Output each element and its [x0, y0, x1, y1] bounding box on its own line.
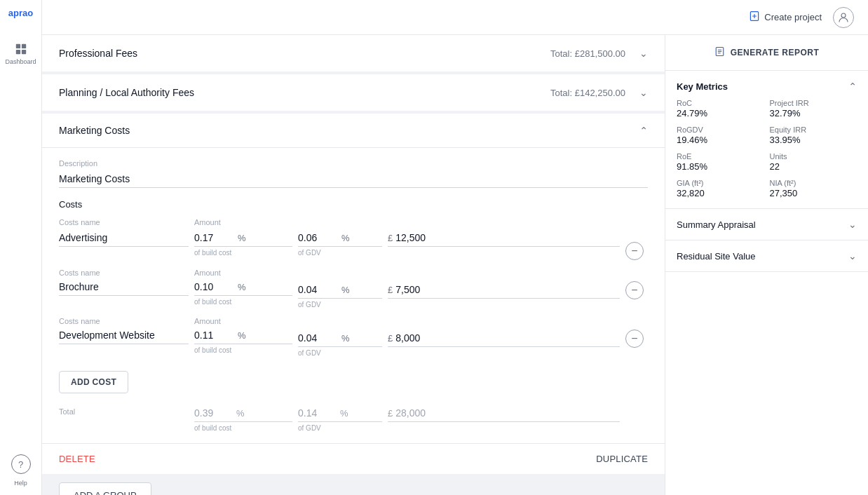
cost-gdv-brochure-suffix: % [341, 285, 350, 295]
key-metrics-header[interactable]: Key Metrics ⌄ [665, 71, 868, 99]
topnav: Create project [42, 0, 868, 35]
description-field-group: Description [59, 159, 648, 188]
cost-gdv-advertising-wrap: % [298, 229, 382, 247]
metric-roe: RoE 91.85% [677, 152, 764, 172]
marketing-costs-chevron: ⌄ [639, 125, 648, 136]
summary-appraisal-header[interactable]: Summary Appraisal ⌄ [665, 209, 868, 240]
svg-rect-1 [21, 44, 25, 48]
cost-name-dev-website-input[interactable] [59, 327, 189, 344]
planning-fees-right: Total: £142,250.00 ⌄ [550, 87, 648, 98]
cost-name-advertising-input[interactable] [59, 229, 189, 247]
cost-amount-advertising-sub: of build cost [194, 249, 292, 257]
residual-site-value-section[interactable]: Residual Site Value ⌄ [665, 240, 868, 272]
cost-gdv-dev-website-col: % of GDV [298, 317, 382, 357]
svg-rect-0 [15, 44, 20, 48]
professional-fees-title: Professional Fees [59, 48, 137, 59]
cost-value-dev-website-wrap: £ [388, 330, 620, 347]
metric-equity-irr-label: Equity IRR [770, 126, 857, 134]
cost-value-dev-website-spacer [388, 317, 620, 330]
add-cost-button[interactable]: ADD COST [59, 371, 128, 393]
add-group-button[interactable]: ADD A GROUP [59, 482, 151, 495]
description-label: Description [59, 159, 648, 168]
cost-amount-brochure-label: Amount [194, 269, 292, 277]
total-value-prefix: £ [388, 408, 393, 419]
cost-rows-header: Costs name Amount [59, 218, 648, 226]
cost-action-advertising-col: − [625, 229, 648, 260]
cost-name-advertising-col [59, 229, 189, 247]
summary-appraisal-chevron: ⌄ [848, 219, 857, 230]
metric-rogdv-value: 19.46% [677, 135, 764, 145]
metric-roc-label: RoC [677, 99, 764, 107]
metric-roc: RoC 24.79% [677, 99, 764, 118]
cost-value-advertising-input[interactable] [395, 232, 452, 243]
cost-value-dev-website-input[interactable] [395, 332, 452, 344]
cost-amount-brochure-suffix: % [238, 282, 246, 292]
key-metrics-title: Key Metrics [677, 81, 728, 92]
dashboard-icon [14, 42, 28, 56]
cost-amount-dev-website-input[interactable] [194, 330, 236, 341]
metric-equity-irr: Equity IRR 33.95% [770, 126, 857, 145]
cost-gdv-advertising-sub: of GDV [298, 249, 382, 257]
summary-appraisal-section[interactable]: Summary Appraisal ⌄ [665, 209, 868, 240]
duplicate-button[interactable]: DUPLICATE [596, 454, 648, 464]
remove-brochure-button[interactable]: − [625, 281, 644, 299]
cost-gdv-advertising-suffix: % [341, 233, 350, 243]
cost-amount-advertising-suffix: % [238, 233, 246, 243]
professional-fees-header[interactable]: Professional Fees Total: £281,500.00 ⌄ [42, 35, 665, 72]
marketing-costs-title: Marketing Costs [59, 125, 130, 136]
cost-gdv-dev-website-input[interactable] [298, 332, 340, 344]
delete-button[interactable]: DELETE [59, 454, 95, 464]
sidebar-item-dashboard[interactable]: Dashboard [3, 38, 39, 69]
professional-fees-section: Professional Fees Total: £281,500.00 ⌄ [42, 35, 665, 72]
remove-dev-website-button[interactable]: − [625, 330, 644, 348]
cost-value-advertising-wrap: £ [388, 229, 620, 247]
cost-amount-dev-website-suffix: % [238, 330, 246, 341]
marketing-costs-header[interactable]: Marketing Costs ⌄ [42, 114, 665, 148]
right-panel: GENERATE REPORT Key Metrics ⌄ RoC 24.79%… [665, 35, 868, 495]
cost-value-advertising-prefix: £ [388, 233, 393, 243]
residual-site-value-header[interactable]: Residual Site Value ⌄ [665, 240, 868, 271]
sidebar-nav: Dashboard [3, 38, 39, 69]
cost-amount-advertising-input[interactable] [194, 232, 236, 243]
planning-fees-section: Planning / Local Authority Fees Total: £… [42, 74, 665, 111]
svg-rect-3 [21, 50, 25, 54]
content-area: Professional Fees Total: £281,500.00 ⌄ P… [42, 35, 868, 495]
user-avatar[interactable] [833, 7, 854, 28]
cost-name-dev-website-label: Costs name [59, 317, 189, 325]
residual-site-value-chevron: ⌄ [848, 250, 857, 262]
cost-amount-brochure-input[interactable] [194, 281, 236, 292]
cost-value-brochure-input[interactable] [395, 284, 452, 295]
metric-nia-label: NIA (ft²) [770, 179, 857, 187]
planning-fees-header[interactable]: Planning / Local Authority Fees Total: £… [42, 74, 665, 111]
generate-report-button[interactable]: GENERATE REPORT [665, 35, 868, 71]
total-gdv-suffix: % [340, 408, 348, 419]
marketing-costs-section: Marketing Costs ⌄ Description Costs Cost… [42, 114, 665, 474]
description-input[interactable] [59, 170, 648, 188]
cost-name-brochure-col: Costs name [59, 269, 189, 296]
help-button[interactable]: ? [11, 454, 31, 474]
cost-gdv-dev-website-sub: of GDV [298, 349, 382, 357]
logo: aprao [8, 8, 33, 18]
metric-rogdv: RoGDV 19.46% [677, 126, 764, 145]
create-project-label: Create project [764, 12, 822, 22]
professional-fees-total: Total: £281,500.00 [550, 48, 625, 59]
cost-name-brochure-input[interactable] [59, 278, 189, 296]
cost-gdv-dev-website-suffix: % [341, 333, 350, 344]
costs-label: Costs [59, 199, 648, 210]
remove-advertising-button[interactable]: − [625, 242, 644, 260]
total-gdv-col: % of GDV [298, 405, 382, 432]
cost-row-brochure: Costs name Amount % of build cost [59, 269, 648, 308]
create-project-button[interactable]: Create project [749, 11, 822, 24]
total-value-wrap: £ [388, 405, 620, 422]
cost-amount-advertising-col: % of build cost [194, 229, 292, 257]
cost-row-advertising: % of build cost % of GDV [59, 229, 648, 260]
svg-point-5 [841, 13, 846, 18]
create-project-icon [749, 11, 760, 24]
cost-amount-brochure-wrap: % [194, 278, 292, 296]
total-value-col: £ [388, 405, 620, 422]
cost-gdv-advertising-input[interactable] [298, 232, 340, 243]
metric-roe-value: 91.85% [677, 161, 764, 172]
total-gdv-sub: of GDV [298, 424, 382, 432]
total-value-input [395, 407, 438, 419]
cost-gdv-brochure-input[interactable] [298, 284, 340, 295]
